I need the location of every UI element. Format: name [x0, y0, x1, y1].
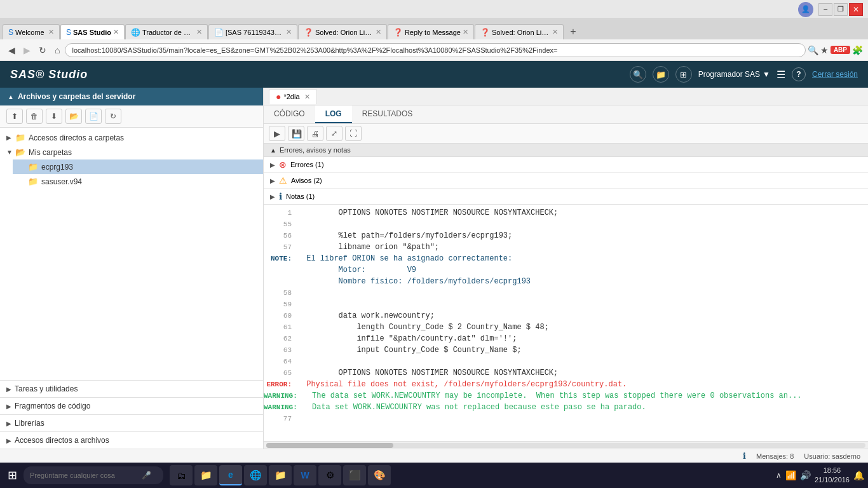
sidebar-section-tareas[interactable]: ▶ Tareas y utilidades	[0, 380, 263, 397]
taskbar-paint[interactable]: 🎨	[368, 465, 391, 485]
line-code-warning2: Data set WORK.NEWCOUNTRY was not replace…	[308, 403, 646, 414]
taskbar-cube[interactable]: ⬛	[343, 465, 366, 485]
close-button[interactable]: ✕	[849, 3, 863, 16]
tab-sas-studio-close[interactable]: ✕	[113, 28, 119, 36]
run-btn[interactable]: ▶	[269, 126, 285, 141]
taskbar-task-view[interactable]: 🗂	[170, 465, 193, 485]
sidebar-section-accesos-archivos[interactable]: ▶ Accesos directos a archivos	[0, 431, 263, 449]
download-btn[interactable]: ⬇	[46, 109, 62, 124]
tab-orion-solved[interactable]: ❓ Solved: Orion Libr... ✕	[298, 24, 387, 39]
app-logo: SAS® Studio	[10, 68, 88, 81]
restore-button[interactable]: ❐	[834, 3, 848, 16]
print-btn[interactable]: 🖨	[307, 126, 323, 141]
fragmentos-arrow: ▶	[6, 403, 11, 410]
notes-expand-arrow: ▶	[270, 193, 275, 200]
taskbar-file-explorer[interactable]: 📁	[194, 465, 217, 485]
app-wrapper: SAS® Studio 🔍 📁 ⊞ Programador SAS ▼ ☰ ? …	[0, 61, 868, 463]
notification-icon[interactable]: 🔔	[853, 470, 864, 480]
delete-btn[interactable]: 🗑	[26, 109, 43, 124]
code-line-58: 58	[264, 288, 868, 300]
tab-codigo[interactable]: CÓDIGO	[264, 105, 315, 123]
log-warnings-section[interactable]: ▶ ⚠ Avisos (2)	[264, 173, 868, 189]
sidebar-section-fragmentos[interactable]: ▶ Fragmentos de código	[0, 397, 263, 414]
cerrar-sesion-btn[interactable]: Cerrar sesión	[812, 70, 858, 79]
sidebar-section-librerias[interactable]: ▶ Librerías	[0, 414, 263, 431]
tab-reply-close[interactable]: ✕	[463, 28, 468, 36]
log-notes-section[interactable]: ▶ ℹ Notas (1)	[264, 189, 868, 205]
file-tab-close[interactable]: ✕	[304, 93, 310, 101]
fullscreen-btn[interactable]: ⛶	[345, 126, 362, 141]
browser-toolbar: ◀ ▶ ↻ ⌂ 🔍 ★ ABP 🧩	[0, 39, 868, 61]
taskbar-chrome[interactable]: 🌐	[244, 465, 267, 485]
home-button[interactable]: ⌂	[51, 44, 63, 57]
line-code-note1a: Motor: V9	[302, 266, 416, 277]
tab-welcome[interactable]: S Welcome ✕	[3, 24, 60, 39]
extensions-btn[interactable]: 🧩	[852, 45, 863, 55]
topbar-grid-btn[interactable]: ⊞	[675, 66, 692, 83]
tab-sas-note-close[interactable]: ✕	[286, 28, 292, 36]
tab-reply[interactable]: ❓ Reply to Message ✕	[388, 24, 474, 39]
log-errors-section[interactable]: ▶ ⊗ Errores (1)	[264, 157, 868, 173]
topbar-search-btn[interactable]: 🔍	[630, 66, 646, 83]
tab-resultados[interactable]: RESULTADOS	[352, 105, 423, 123]
taskbar-edge[interactable]: e	[219, 465, 242, 485]
sidebar-item-sasuser[interactable]: 📁 sasuser.v94	[13, 174, 263, 189]
code-line-56: 56 %let path=/folders/myfolders/ecprg193…	[264, 231, 868, 243]
tab-log[interactable]: LOG	[315, 105, 352, 123]
taskbar-word[interactable]: W	[294, 465, 316, 485]
line-num-63: 63	[264, 346, 302, 357]
minimize-button[interactable]: −	[818, 3, 832, 16]
code-line-warning2: WARNING: Data set WORK.NEWCOUNTRY was no…	[264, 403, 868, 414]
tab-orion2-close[interactable]: ✕	[552, 28, 558, 36]
tab-orion2-label: Solved: Orion Libr...	[492, 29, 550, 36]
code-line-55: 55	[264, 220, 868, 231]
line-num-58: 58	[264, 288, 302, 300]
code-line-61: 61 length Country_Code $ 2 Country_Name …	[264, 323, 868, 334]
start-button[interactable]: ⊞	[4, 467, 21, 484]
sidebar-item-ecprg193[interactable]: 📁 ecprg193	[13, 159, 263, 174]
upload-btn[interactable]: ⬆	[6, 109, 23, 124]
hide-icons-btn[interactable]: ∧	[776, 471, 782, 480]
expand-btn[interactable]: ⤢	[326, 126, 342, 141]
accesos-archivos-arrow: ▶	[6, 437, 11, 444]
taskbar-search-input[interactable]	[30, 471, 138, 479]
line-num-warning1: WARNING:	[264, 391, 308, 403]
code-line-60: 60 data work.newcountry;	[264, 311, 868, 323]
back-button[interactable]: ◀	[5, 44, 18, 57]
taskbar-sys-tray: ∧ 📶 🔊 18:56 21/10/2016 🔔	[776, 466, 864, 485]
topbar-folder-btn[interactable]: 📁	[653, 66, 669, 83]
forward-button[interactable]: ▶	[20, 44, 34, 57]
notes-icon: ℹ	[279, 191, 282, 201]
scroll-thumb[interactable]	[266, 443, 393, 448]
horizontal-scrollbar[interactable]	[264, 441, 868, 449]
tab-sas-note[interactable]: 📄 [SAS 7611934359] ✕	[208, 24, 297, 39]
line-num-note1a	[264, 266, 302, 277]
reload-button[interactable]: ↻	[36, 44, 50, 57]
topbar-user[interactable]: Programador SAS ▼	[698, 70, 770, 79]
tab-orion2[interactable]: ❓ Solved: Orion Libr... ✕	[475, 24, 564, 39]
taskbar-settings[interactable]: ⚙	[318, 465, 341, 485]
topbar-menu-btn[interactable]: ☰	[776, 69, 785, 81]
refresh-btn[interactable]: ↻	[105, 109, 121, 124]
search-btn[interactable]: 🔍	[808, 45, 818, 55]
sidebar-item-accesos[interactable]: ▶ 📁 Accesos directos a carpetas	[0, 130, 263, 145]
errors-expand-arrow: ▶	[270, 161, 275, 168]
mis-carpetas-label: Mis carpetas	[29, 148, 72, 157]
tab-google-close[interactable]: ✕	[196, 28, 202, 36]
file-tab-2dia[interactable]: ● *2dia ✕	[269, 89, 317, 104]
save-btn[interactable]: 💾	[288, 126, 304, 141]
taskbar-folder2[interactable]: 📁	[269, 465, 292, 485]
tab-orion-close[interactable]: ✕	[376, 28, 381, 36]
code-line-64: 64	[264, 357, 868, 369]
tab-sas-studio[interactable]: S SAS Studio ✕	[60, 24, 125, 39]
tab-google[interactable]: 🌐 Traductor de Goo... ✕	[125, 24, 208, 39]
topbar-help-btn[interactable]: ?	[792, 67, 806, 81]
tab-welcome-close[interactable]: ✕	[48, 28, 54, 36]
abp-badge[interactable]: ABP	[831, 46, 850, 54]
new-file-btn[interactable]: 📄	[85, 109, 102, 124]
address-bar[interactable]	[65, 43, 805, 57]
sidebar-item-mis-carpetas[interactable]: ▼ 📂 Mis carpetas	[0, 145, 263, 159]
bookmark-btn[interactable]: ★	[820, 45, 829, 55]
new-tab-button[interactable]: +	[566, 24, 581, 39]
new-folder-btn[interactable]: 📂	[65, 109, 82, 124]
